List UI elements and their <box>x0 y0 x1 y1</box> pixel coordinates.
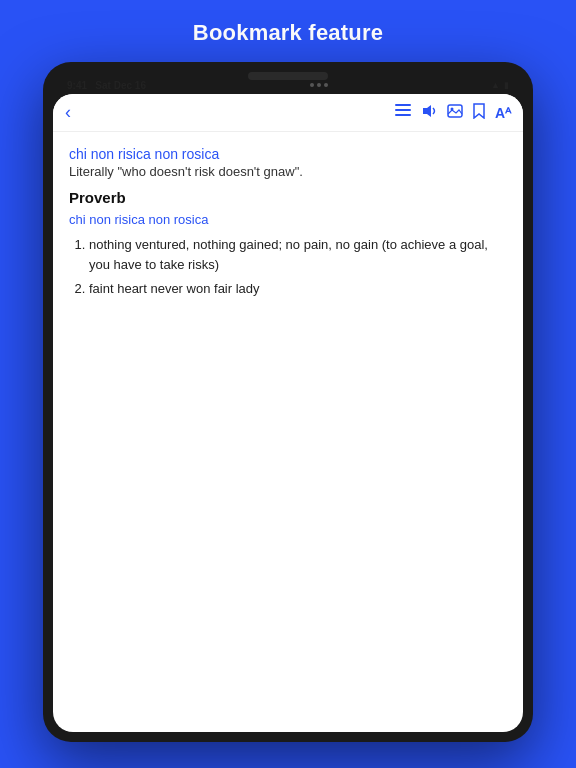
entry-title: chi non risica non rosica <box>69 146 507 162</box>
dot3 <box>324 83 328 87</box>
wifi-icon: ▲ <box>491 80 500 90</box>
list-icon[interactable] <box>395 104 411 121</box>
definitions-list: nothing ventured, nothing gained; no pai… <box>69 235 507 299</box>
toolbar-right: Aᴬ <box>395 103 511 122</box>
status-icons: ▲ ▮ <box>491 80 509 90</box>
definition-entry-title: chi non risica non rosica <box>69 212 507 227</box>
svg-rect-1 <box>395 109 411 111</box>
dot2 <box>317 83 321 87</box>
page-title-bar: Bookmark feature <box>0 0 576 62</box>
entry-literal: Literally "who doesn't risk doesn't gnaw… <box>69 164 507 179</box>
toolbar: ‹ <box>53 94 523 132</box>
svg-rect-2 <box>395 114 411 116</box>
screen-content: ‹ <box>53 94 523 732</box>
definition-item-2: faint heart never won fair lady <box>89 279 507 299</box>
font-size-icon[interactable]: Aᴬ <box>495 105 511 121</box>
part-of-speech: Proverb <box>69 189 507 206</box>
status-dots <box>310 83 328 87</box>
device-frame: 9:41 Sat Dec 16 ▲ ▮ ‹ <box>43 62 533 742</box>
definition-item-1: nothing ventured, nothing gained; no pai… <box>89 235 507 274</box>
bookmark-icon[interactable] <box>473 103 485 122</box>
article-body: chi non risica non rosica Literally "who… <box>53 132 523 732</box>
battery-icon: ▮ <box>504 80 509 90</box>
speaker-icon[interactable] <box>421 104 437 121</box>
camera-bump <box>248 72 328 80</box>
dot1 <box>310 83 314 87</box>
svg-rect-0 <box>395 104 411 106</box>
page-title: Bookmark feature <box>193 20 383 45</box>
back-button[interactable]: ‹ <box>65 100 77 125</box>
toolbar-left: ‹ <box>65 100 77 125</box>
svg-marker-3 <box>423 105 431 117</box>
image-icon[interactable] <box>447 104 463 121</box>
status-time: 9:41 Sat Dec 16 <box>67 80 146 91</box>
